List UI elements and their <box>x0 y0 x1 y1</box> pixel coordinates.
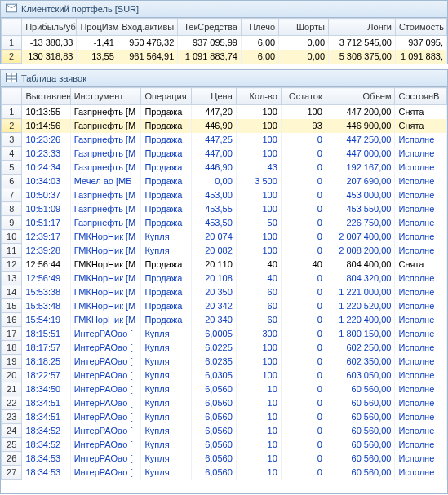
cell-st[interactable]: Исполне <box>395 244 447 258</box>
cell-rem[interactable]: 0 <box>281 313 326 327</box>
cell-vol[interactable]: 804 400,00 <box>326 258 395 272</box>
order-row[interactable]: 1615:54:19ГМКНорНик [МПродажа20 3406001 … <box>2 313 447 327</box>
cell-st[interactable]: Исполне <box>395 133 447 147</box>
cell-ins[interactable]: ИнтерРАОао [ <box>70 369 141 382</box>
cell-st[interactable]: Исполне <box>395 424 447 438</box>
cell-n[interactable]: 13 <box>2 272 22 285</box>
cell-rem[interactable]: 0 <box>281 382 326 396</box>
order-row[interactable]: 410:23:33Газпрнефть [МПродажа447,0010004… <box>2 147 447 161</box>
cell-n[interactable]: 10 <box>2 230 22 244</box>
order-row[interactable]: 2718:34:53ИнтерРАОао [Купля6,056010060 5… <box>2 466 447 480</box>
cell-t[interactable]: 15:54:19 <box>22 313 70 327</box>
col-rownum[interactable] <box>2 88 22 105</box>
cell-qty[interactable]: 100 <box>236 230 281 244</box>
cell-vol[interactable]: 2 008 200,00 <box>326 244 395 258</box>
cell-ins[interactable]: ГМКНорНик [М <box>70 272 141 285</box>
cell-vol[interactable]: 602 250,00 <box>326 341 395 355</box>
col-time[interactable]: Выставлен <box>22 88 70 105</box>
cell-price[interactable]: 446,90 <box>191 119 236 133</box>
cell-n[interactable]: 26 <box>2 452 22 466</box>
cell-rem[interactable]: 0 <box>281 341 326 355</box>
cell-n[interactable]: 11 <box>2 244 22 258</box>
cell-ins[interactable]: Газпрнефть [М <box>70 216 141 230</box>
cell-price[interactable]: 20 110 <box>191 258 236 272</box>
cell-t[interactable]: 18:34:50 <box>22 382 70 396</box>
cell-ins[interactable]: ИнтерРАОао [ <box>70 355 141 369</box>
cell-price[interactable]: 6,0235 <box>191 355 236 369</box>
cell-ins[interactable]: Газпрнефть [М <box>70 147 141 161</box>
cell-op[interactable]: Купля <box>141 438 191 452</box>
cell-op[interactable]: Купля <box>141 327 191 341</box>
order-row[interactable]: 1515:53:48ГМКНорНик [МПродажа20 3426001 … <box>2 299 447 313</box>
cell-op[interactable]: Продажа <box>141 188 191 202</box>
cell-op[interactable]: Продажа <box>141 272 191 285</box>
cell-vol[interactable]: 60 560,00 <box>326 466 395 480</box>
cell-rem[interactable]: 0 <box>281 438 326 452</box>
col-cur[interactable]: ТекСредства <box>178 19 242 36</box>
cell-ins[interactable]: Газпрнефть [М <box>70 105 141 119</box>
cell-price[interactable]: 6,0560 <box>191 452 236 466</box>
col-short[interactable]: Шорты <box>279 19 329 36</box>
cell-n[interactable]: 25 <box>2 438 22 452</box>
cell-st[interactable]: Исполне <box>395 327 447 341</box>
order-row[interactable]: 2618:34:53ИнтерРАОао [Купля6,056010060 5… <box>2 452 447 466</box>
cell-ins[interactable]: Газпрнефть [М <box>70 188 141 202</box>
cell-op[interactable]: Продажа <box>141 161 191 175</box>
cell-vol[interactable]: 2 007 400,00 <box>326 230 395 244</box>
order-row[interactable]: 810:51:09Газпрнефть [МПродажа453,5510004… <box>2 202 447 216</box>
cell-price[interactable]: 6,0560 <box>191 382 236 396</box>
cell-rem[interactable]: 0 <box>281 299 326 313</box>
cell-n[interactable]: 2 <box>2 119 22 133</box>
cell-rem[interactable]: 0 <box>281 410 326 424</box>
cell-rem[interactable]: 93 <box>281 119 326 133</box>
col-rownum[interactable] <box>2 19 22 36</box>
cell-n[interactable]: 21 <box>2 382 22 396</box>
col-price[interactable]: Цена <box>191 88 236 105</box>
cell-price[interactable]: 453,00 <box>191 188 236 202</box>
cell-price[interactable]: 447,20 <box>191 105 236 119</box>
cell-rem[interactable]: 100 <box>281 105 326 119</box>
cell-rem[interactable]: 0 <box>281 466 326 480</box>
cell-ins[interactable]: ИнтерРАОао [ <box>70 424 141 438</box>
col-volume[interactable]: Объем <box>326 88 395 105</box>
cell-n[interactable]: 24 <box>2 424 22 438</box>
col-cost[interactable]: Стоимость <box>395 19 446 36</box>
cell-vol[interactable]: 602 350,00 <box>326 355 395 369</box>
cell-rem[interactable]: 0 <box>281 216 326 230</box>
cell-op[interactable]: Купля <box>141 382 191 396</box>
cell-qty[interactable]: 3 500 <box>236 175 281 188</box>
col-pl[interactable]: Прибыль/уб <box>22 19 77 36</box>
cell-st[interactable]: Исполне <box>395 175 447 188</box>
cell-vol[interactable]: 1 220 520,00 <box>326 299 395 313</box>
order-row[interactable]: 2418:34:52ИнтерРАОао [Купля6,056010060 5… <box>2 424 447 438</box>
cell-op[interactable]: Продажа <box>141 147 191 161</box>
cell-ins[interactable]: ИнтерРАОао [ <box>70 382 141 396</box>
cell-t[interactable]: 10:14:56 <box>22 119 70 133</box>
cell-rem[interactable]: 0 <box>281 133 326 147</box>
cell-pl[interactable]: 130 318,83 <box>22 50 77 64</box>
order-row[interactable]: 1718:15:51ИнтерРАОао [Купля6,000530001 8… <box>2 327 447 341</box>
cell-qty[interactable]: 100 <box>236 202 281 216</box>
cell-lg[interactable]: 5 306 375,00 <box>329 50 396 64</box>
cell-op[interactable]: Купля <box>141 466 191 480</box>
cell-ins[interactable]: ГМКНорНик [М <box>70 313 141 327</box>
cell-ins[interactable]: ГМКНорНик [М <box>70 258 141 272</box>
cell-st[interactable]: Исполне <box>395 161 447 175</box>
cell-st[interactable]: Исполне <box>395 202 447 216</box>
cell-t[interactable]: 18:34:52 <box>22 424 70 438</box>
cell-price[interactable]: 6,0560 <box>191 424 236 438</box>
cell-op[interactable]: Купля <box>141 396 191 410</box>
cell-t[interactable]: 18:34:51 <box>22 396 70 410</box>
cell-vol[interactable]: 60 560,00 <box>326 438 395 452</box>
col-qty[interactable]: Кол-во <box>236 88 281 105</box>
cell-op[interactable]: Продажа <box>141 202 191 216</box>
cell-t[interactable]: 18:15:51 <box>22 327 70 341</box>
cell-st[interactable]: Исполне <box>395 438 447 452</box>
cell-vol[interactable]: 60 560,00 <box>326 424 395 438</box>
cell-rem[interactable]: 0 <box>281 272 326 285</box>
cell-qty[interactable]: 10 <box>236 382 281 396</box>
cell-rem[interactable]: 0 <box>281 424 326 438</box>
cell-n[interactable]: 5 <box>2 161 22 175</box>
cell-t[interactable]: 10:23:26 <box>22 133 70 147</box>
order-row[interactable]: 310:23:26Газпрнефть [МПродажа447,2510004… <box>2 133 447 147</box>
